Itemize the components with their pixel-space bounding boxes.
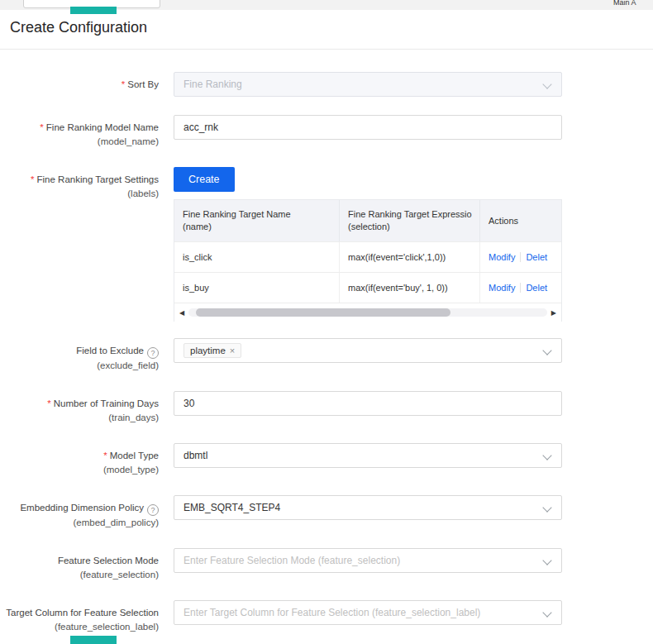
row-model-type: *Model Type (model_type) dbmtl — [0, 443, 653, 477]
embed-dim-policy-select[interactable]: EMB_SQRT4_STEP4 — [174, 495, 562, 520]
feature-selection-target-placeholder: Enter Target Column for Feature Selectio… — [184, 607, 480, 618]
row-exclude-field: Field to Exclude? (exclude_field) playti… — [0, 338, 653, 373]
scroll-left-icon[interactable]: ◀ — [177, 309, 187, 317]
chevron-down-icon — [542, 608, 551, 617]
required-icon: * — [47, 398, 50, 408]
create-target-button[interactable]: Create — [174, 167, 235, 192]
row-sort-by: *Sort By Fine Ranking — [0, 72, 653, 97]
feature-selection-placeholder: Enter Feature Selection Mode (feature_se… — [184, 555, 400, 566]
action-divider — [520, 283, 521, 293]
target-expression-cell: max(if(event='click',1,0)) — [340, 242, 480, 272]
help-icon[interactable]: ? — [147, 347, 159, 359]
chevron-down-icon — [542, 79, 551, 88]
sort-by-select: Fine Ranking — [174, 72, 562, 97]
row-feature-selection: Feature Selection Mode (feature_selectio… — [0, 548, 653, 582]
model-name-input[interactable] — [184, 122, 552, 133]
scroll-right-icon[interactable]: ▶ — [549, 309, 559, 317]
target-settings-label: *Fine Ranking Target Settings (labels) — [0, 167, 159, 201]
targets-table-header: Fine Ranking Target Name (name) Fine Ran… — [174, 200, 561, 241]
col-header-actions: Actions — [480, 200, 561, 241]
topbar-right-text: Main A — [613, 0, 652, 8]
model-name-field[interactable] — [174, 115, 562, 140]
feature-selection-target-label: Target Column for Feature Selection (fea… — [0, 600, 159, 634]
teal-marker-top — [70, 7, 117, 14]
table-row: is_click max(if(event='click',1,0)) Modi… — [174, 241, 561, 272]
exclude-field-tag: playtime × — [184, 343, 241, 358]
delete-link[interactable]: Delet — [526, 252, 547, 262]
feature-selection-target-select[interactable]: Enter Target Column for Feature Selectio… — [174, 600, 562, 625]
required-icon: * — [103, 451, 107, 460]
scrollbar-track[interactable] — [188, 308, 547, 317]
row-feature-selection-label: Target Column for Feature Selection (fea… — [0, 600, 653, 634]
table-row: is_buy max(if(event='buy', 1, 0)) Modify… — [174, 272, 561, 303]
row-train-days: *Number of Training Days (train_days) — [0, 391, 653, 425]
embed-dim-policy-label: Embedding Dimension Policy? (embed_dim_p… — [0, 495, 159, 530]
modify-link[interactable]: Modify — [489, 252, 515, 262]
configuration-form: *Sort By Fine Ranking *Fine Ranking Mode… — [0, 50, 653, 644]
embed-dim-policy-value: EMB_SQRT4_STEP4 — [184, 502, 280, 513]
modify-link[interactable]: Modify — [489, 283, 515, 293]
chevron-down-icon — [542, 346, 551, 355]
row-model-name: *Fine Ranking Model Name (model_name) — [0, 115, 653, 149]
target-name-cell: is_click — [174, 242, 340, 272]
train-days-input[interactable] — [184, 398, 552, 409]
model-name-label: *Fine Ranking Model Name (model_name) — [0, 115, 159, 149]
feature-selection-select[interactable]: Enter Feature Selection Mode (feature_se… — [174, 548, 562, 573]
chevron-down-icon — [542, 503, 551, 512]
target-name-cell: is_buy — [174, 273, 340, 303]
actions-cell: Modify Delet — [480, 273, 561, 303]
scrollbar-thumb[interactable] — [196, 308, 450, 317]
exclude-field-label: Field to Exclude? (exclude_field) — [0, 338, 159, 373]
col-header-selection: Fine Ranking Target Expressio (selection… — [340, 200, 480, 241]
remove-tag-icon[interactable]: × — [230, 346, 235, 355]
feature-selection-label: Feature Selection Mode (feature_selectio… — [0, 548, 159, 582]
create-configuration-page: Main A Create Configuration *Sort By Fin… — [0, 0, 653, 644]
required-icon: * — [31, 174, 34, 184]
actions-cell: Modify Delet — [480, 242, 561, 272]
required-icon: * — [40, 122, 43, 132]
chevron-down-icon — [542, 556, 551, 565]
col-header-name: Fine Ranking Target Name (name) — [174, 200, 340, 241]
targets-table: Fine Ranking Target Name (name) Fine Ran… — [174, 199, 562, 322]
delete-link[interactable]: Delet — [526, 283, 547, 293]
row-target-settings: *Fine Ranking Target Settings (labels) C… — [0, 167, 653, 322]
help-icon[interactable]: ? — [147, 504, 159, 516]
train-days-field[interactable] — [174, 391, 562, 416]
row-embed-dim-policy: Embedding Dimension Policy? (embed_dim_p… — [0, 495, 653, 530]
action-divider — [520, 252, 521, 262]
sort-by-value: Fine Ranking — [184, 79, 242, 90]
model-type-select[interactable]: dbmtl — [174, 443, 562, 468]
exclude-field-select[interactable]: playtime × — [174, 338, 562, 363]
horizontal-scrollbar[interactable]: ◀ ▶ — [174, 303, 561, 322]
chevron-down-icon — [542, 451, 551, 460]
model-type-label: *Model Type (model_type) — [0, 443, 159, 477]
target-expression-cell: max(if(event='buy', 1, 0)) — [340, 273, 480, 303]
required-icon: * — [122, 79, 125, 89]
model-type-value: dbmtl — [184, 450, 207, 461]
train-days-label: *Number of Training Days (train_days) — [0, 391, 159, 425]
sort-by-label: *Sort By — [0, 72, 159, 92]
teal-marker-bottom — [70, 636, 117, 644]
